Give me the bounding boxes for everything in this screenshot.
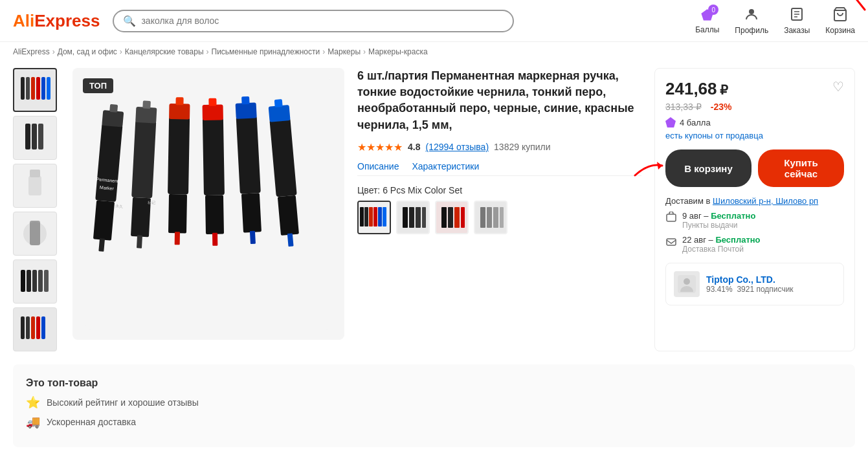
svg-rect-42 [137,235,142,248]
svg-rect-57 [250,231,256,244]
delivery-date-1: 9 авг – Бесплатно [682,211,755,221]
orders-label: Заказы [784,26,810,35]
breadcrumb-4[interactable]: Маркеры [328,47,361,56]
cart-action[interactable]: Корзина [825,6,855,35]
profile-action[interactable]: Профиль [735,6,768,35]
svg-rect-81 [461,207,465,228]
svg-rect-40 [142,100,151,109]
svg-rect-86 [500,207,504,228]
ratings: ★★★★★ 4.8 (12994 отзыва) 13829 купили [357,141,641,153]
svg-rect-70 [378,207,382,226]
svg-rect-47 [175,232,180,245]
tab-description[interactable]: Описание [357,161,399,171]
cart-label: Корзина [825,26,855,35]
breadcrumb-1[interactable]: Дом, сад и офис [58,47,117,56]
svg-rect-85 [493,207,498,228]
sold-count: 13829 купили [494,142,551,152]
svg-rect-71 [383,207,386,226]
svg-rect-32 [102,110,124,127]
thumb-1[interactable] [13,68,57,112]
svg-rect-74 [409,207,414,228]
orders-icon [789,6,805,25]
delivery-date-2: 22 авг – Бесплатно [682,235,761,245]
breadcrumb-2[interactable]: Канцелярские товары [125,47,204,56]
thumb-4[interactable] [13,212,57,256]
delivery-sub-2: Доставка Почтой [682,245,761,254]
svg-rect-89 [667,239,676,245]
thumb-5[interactable] [13,260,57,304]
svg-rect-83 [480,207,485,228]
color-section: Цвет: 6 Pcs Mix Color Set [357,185,641,234]
seller-section: Tiptop Co., LTD. 93.41% 3921 подписчик [665,263,844,305]
color-option-silver[interactable] [474,201,507,234]
breadcrumb-home[interactable]: AliExpress [13,47,50,56]
svg-marker-87 [657,162,662,170]
thumbnail-list [13,68,60,351]
svg-rect-76 [422,207,426,228]
svg-rect-16 [28,176,41,195]
svg-rect-29 [41,316,45,339]
ball-icon [665,117,676,127]
svg-point-91 [684,278,690,285]
svg-rect-20 [21,270,25,292]
svg-rect-61 [278,195,299,236]
svg-rect-44 [169,104,190,120]
svg-rect-48 [203,117,225,195]
svg-text:标记: 标记 [147,201,155,205]
thumb-2[interactable] [13,116,57,160]
delivery-sub-1: Пункты выдачи [682,221,755,230]
svg-text:永久: 永久 [115,203,124,208]
svg-rect-10 [36,77,40,100]
svg-rect-52 [212,233,217,246]
thumb-3[interactable] [13,164,57,208]
bonuses-action[interactable]: ⬟ 0 Баллы [695,7,719,34]
svg-rect-51 [205,195,224,234]
seller-name[interactable]: Tiptop Co., LTD. [706,274,794,285]
buy-now-button[interactable]: Купить сейчас [758,149,844,187]
seller-stats: 93.41% 3921 подписчик [706,285,794,294]
svg-point-0 [749,9,754,14]
svg-rect-23 [38,270,43,292]
rating-count[interactable]: (12994 отзыва) [425,142,489,152]
svg-rect-56 [241,193,262,232]
svg-rect-24 [44,270,49,292]
orders-action[interactable]: Заказы [784,6,810,35]
svg-rect-9 [31,77,35,100]
header: AliExpress 🔍 ⬟ 0 Баллы Профиль Заказы [0,0,868,42]
wishlist-button[interactable]: ♡ [832,79,844,94]
svg-rect-46 [168,194,187,233]
original-price: 313,33 ₽ [665,102,702,112]
feature-row-2: 🚚 Ускоренная доставка [26,415,842,429]
breadcrumb-3[interactable]: Письменные принадлежности [212,47,320,56]
main-image-container: ТОП Permanent Marker [72,68,344,351]
svg-rect-69 [373,207,377,226]
svg-rect-15 [38,124,43,149]
logo[interactable]: AliExpress [13,11,100,31]
balls-text: 4 балла [680,118,711,127]
delivery-free-1: Бесплатно [711,211,755,221]
action-buttons: В корзину Купить сейчас [665,149,844,187]
svg-rect-80 [454,207,460,228]
star-feature-icon: ⭐ [26,395,40,410]
svg-rect-25 [21,316,25,339]
svg-rect-39 [135,107,157,124]
top-product-title: Это топ-товар [26,377,842,389]
color-options [357,201,641,234]
svg-rect-53 [236,115,261,194]
svg-rect-67 [364,207,368,226]
color-option-black[interactable] [396,201,430,234]
search-input[interactable] [141,16,504,26]
svg-rect-34 [93,201,115,241]
product-info: 6 шт./партия Перманентная маркерная ручк… [357,68,641,351]
delivery-option-1: 9 авг – Бесплатно Пункты выдачи [665,211,844,230]
coupon-link[interactable]: есть купоны от продавца [665,131,763,140]
delivery-location[interactable]: Шиловский р-н, Шилово рп [713,196,818,206]
color-option-mix[interactable] [357,201,391,234]
thumb-6[interactable] [13,307,57,351]
tab-characteristics[interactable]: Характеристики [412,161,479,171]
add-to-cart-button[interactable]: В корзину [665,149,751,187]
svg-rect-49 [203,104,223,120]
svg-rect-43 [168,116,190,195]
discount-badge: -23% [711,102,732,112]
color-option-red[interactable] [435,201,469,234]
